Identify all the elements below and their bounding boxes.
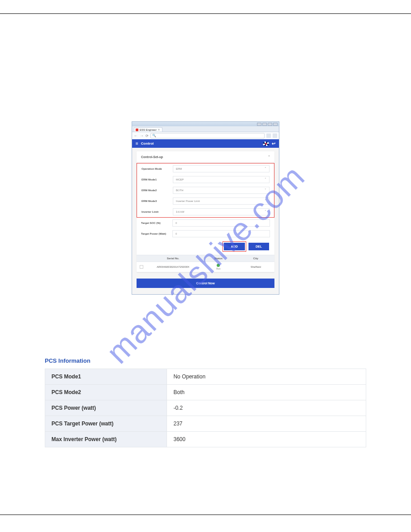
pcs-title: PCS Information <box>45 357 366 364</box>
flag-uk-icon[interactable] <box>263 142 269 146</box>
table-row[interactable]: AR00460030291472S000X Run Sheffield <box>137 262 274 272</box>
pcs-value-max-inverter: 3600 <box>167 432 366 447</box>
app-header: ≡ Control ↩ <box>132 139 279 148</box>
th-city: City <box>237 255 274 262</box>
row-target-power: Target Power (Watt) 0 <box>137 228 274 239</box>
row-operation-mode: Operation Mode ERM ˅ <box>137 163 274 174</box>
chevron-down-icon: ˅ <box>265 210 266 214</box>
chevron-down-icon: ˅ <box>265 167 266 171</box>
select-erm-mode2[interactable]: BOTH ˅ <box>173 187 270 194</box>
th-status: Status <box>200 255 237 262</box>
table-row: Max Inverter Power (watt) 3600 <box>45 432 366 447</box>
row-inverter-limit: Inverter Limit 3.6 kW ˅ <box>137 206 274 217</box>
del-button[interactable]: DEL <box>248 243 269 250</box>
value-erm-mode1: MCEP <box>176 178 184 181</box>
screenshot-panel: ESS Engineer × ← → ⟳ 🔍 ≡ Control <box>132 121 279 295</box>
browser-window: ESS Engineer × ← → ⟳ 🔍 ≡ Control <box>132 121 279 295</box>
cell-serial: AR00460030291472S000X <box>146 264 200 270</box>
row-target-soc: Target SOC (%) 0 <box>137 218 274 228</box>
hamburger-icon[interactable]: ≡ <box>136 142 138 146</box>
input-target-soc[interactable]: 0 <box>172 219 270 227</box>
label-erm-mode3: ERM Mode3 <box>141 200 173 202</box>
app-title: Control <box>141 142 154 146</box>
pcs-value-mode2: Both <box>167 385 366 400</box>
pcs-label-mode2: PCS Mode2 <box>45 385 167 400</box>
button-row: ADD DEL <box>137 239 274 255</box>
cell-city: Sheffield <box>237 264 274 270</box>
control-card: Control-Set-up ˄ Operation Mode ERM ˅ <box>137 151 274 272</box>
window-minimize-icon[interactable] <box>257 123 261 126</box>
table-header: Serial No. Status City <box>137 255 274 262</box>
search-icon: 🔍 <box>152 134 156 137</box>
table-row: PCS Mode2 Both <box>45 385 366 400</box>
input-target-power[interactable]: 0 <box>172 230 270 237</box>
browser-toolbar: ← → ⟳ 🔍 <box>132 132 279 139</box>
tab-favicon-icon <box>136 129 138 131</box>
form-area: Operation Mode ERM ˅ ERM Mode1 MCEP <box>137 163 274 272</box>
window-restore-icon[interactable] <box>268 123 272 126</box>
pcs-table: PCS Mode1 No Operation PCS Mode2 Both PC… <box>45 369 366 447</box>
card-header[interactable]: Control-Set-up ˄ <box>137 151 274 163</box>
pcs-label-power: PCS Power (watt) <box>45 400 167 416</box>
window-title-bar <box>132 122 279 126</box>
chevron-down-icon: ˅ <box>265 178 266 181</box>
value-operation-mode: ERM <box>176 167 182 170</box>
row-erm-mode2: ERM Mode2 BOTH ˅ <box>137 185 274 196</box>
tab-close-icon[interactable]: × <box>158 128 160 131</box>
window-maximize-icon[interactable] <box>262 123 267 126</box>
pcs-label-target-power: PCS Target Power (watt) <box>45 416 167 432</box>
row-erm-mode1: ERM Mode1 MCEP ˅ <box>137 174 274 185</box>
status-indicator: Run <box>202 264 234 270</box>
value-erm-mode3: Inverter Power Limit <box>176 200 200 202</box>
label-operation-mode: Operation Mode <box>141 167 173 170</box>
chevron-up-icon: ˄ <box>268 155 270 159</box>
logout-icon[interactable]: ↩ <box>272 141 275 146</box>
chevron-down-icon: ˅ <box>265 199 266 203</box>
tab-title: ESS Engineer <box>140 129 157 131</box>
browser-tab[interactable]: ESS Engineer × <box>134 127 163 132</box>
toolbar-extension-icon[interactable] <box>266 133 271 138</box>
label-target-power: Target Power (Watt) <box>141 232 172 235</box>
label-target-soc: Target SOC (%) <box>141 222 172 224</box>
reload-icon[interactable]: ⟳ <box>146 134 149 138</box>
pcs-section: PCS Information PCS Mode1 No Operation P… <box>31 357 380 447</box>
toolbar-menu-icon[interactable] <box>273 133 277 138</box>
nav-forward-icon[interactable]: → <box>140 133 144 138</box>
highlighted-form-group: Operation Mode ERM ˅ ERM Mode1 MCEP <box>137 163 274 218</box>
select-inverter-limit[interactable]: 3.6 kW ˅ <box>173 208 270 215</box>
status-text: Run <box>216 267 220 270</box>
value-target-soc: 0 <box>176 222 177 224</box>
pcs-label-max-inverter: Max Inverter Power (watt) <box>45 432 167 447</box>
app-body: ≡ Control ↩ Control-Set-up ˄ <box>132 139 279 294</box>
control-now-button[interactable]: Control Now <box>137 279 274 288</box>
select-erm-mode3[interactable]: Inverter Power Limit ˅ <box>173 197 270 205</box>
browser-tab-bar: ESS Engineer × <box>132 126 279 132</box>
value-erm-mode2: BOTH <box>176 189 184 192</box>
status-dot-icon <box>217 264 220 267</box>
pcs-label-mode1: PCS Mode1 <box>45 369 167 385</box>
table-row: PCS Power (watt) -0.2 <box>45 400 366 416</box>
value-inverter-limit: 3.6 kW <box>176 210 184 213</box>
select-operation-mode[interactable]: ERM ˅ <box>173 165 270 172</box>
th-serial: Serial No. <box>146 255 200 262</box>
table-row: PCS Mode1 No Operation <box>45 369 366 385</box>
label-inverter-limit: Inverter Limit <box>141 210 173 213</box>
label-erm-mode1: ERM Mode1 <box>141 178 173 181</box>
card-title: Control-Set-up <box>141 155 163 159</box>
value-target-power: 0 <box>176 232 177 235</box>
pcs-value-power: -0.2 <box>167 400 366 416</box>
url-input[interactable]: 🔍 <box>150 133 265 138</box>
nav-back-icon[interactable]: ← <box>134 133 138 138</box>
add-button[interactable]: ADD <box>224 243 245 250</box>
pcs-value-target-power: 237 <box>167 416 366 432</box>
window-close-icon[interactable] <box>273 123 278 126</box>
document-page: manualshive.com ESS Engineer × ← → ⟳ <box>0 13 411 515</box>
label-erm-mode2: ERM Mode2 <box>141 189 173 192</box>
pcs-value-mode1: No Operation <box>167 369 366 385</box>
table-row: PCS Target Power (watt) 237 <box>45 416 366 432</box>
row-erm-mode3: ERM Mode3 Inverter Power Limit ˅ <box>137 196 274 206</box>
chevron-down-icon: ˅ <box>265 189 266 192</box>
select-erm-mode1[interactable]: MCEP ˅ <box>173 176 270 183</box>
row-checkbox[interactable] <box>140 265 143 269</box>
